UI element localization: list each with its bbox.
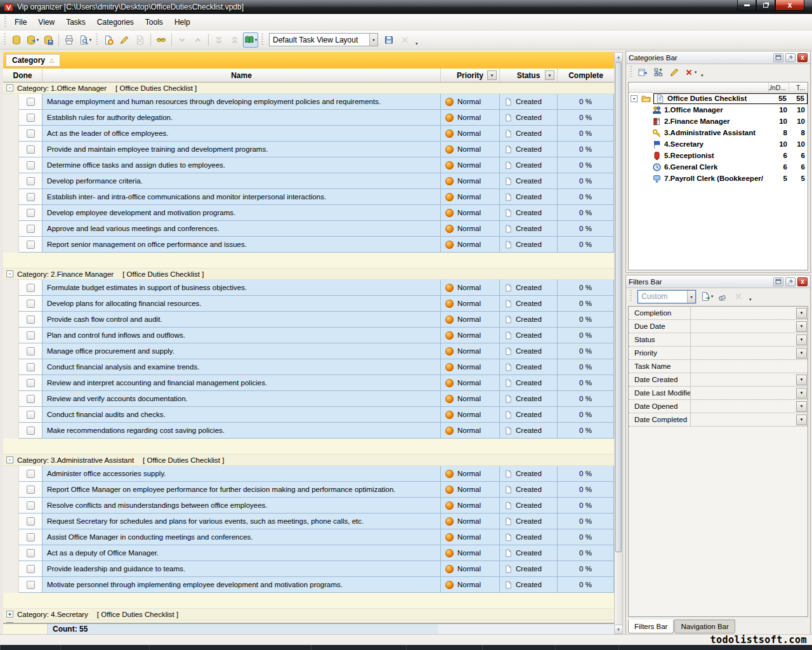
task-done-checkbox[interactable]	[27, 161, 35, 169]
task-done-checkbox[interactable]	[27, 145, 35, 154]
tab-filters-bar[interactable]: Filters Bar	[628, 620, 674, 633]
filter-dropdown-button[interactable]: ▼	[796, 348, 807, 359]
save-layout-button[interactable]	[381, 32, 396, 48]
filter-value[interactable]	[690, 400, 796, 413]
column-header-name[interactable]: Name	[43, 69, 441, 82]
category-group-row[interactable]: -Category: 2.Finance Manager[ Office Dut…	[3, 269, 614, 280]
status-filter-dropdown[interactable]: ▼	[545, 70, 554, 80]
task-done-checkbox[interactable]	[27, 486, 35, 494]
task-row[interactable]: Establish inter- and intra-office commun…	[3, 189, 614, 205]
task-done-checkbox[interactable]	[27, 347, 35, 355]
menu-tools[interactable]: Tools	[140, 15, 169, 29]
restore-button[interactable]	[756, 0, 775, 11]
task-row[interactable]: Report senior management on office perfo…	[3, 237, 614, 253]
delete-category-button[interactable]: ▾	[683, 65, 698, 80]
filter-row[interactable]: Date Last Modified▼	[629, 387, 808, 400]
task-done-checkbox[interactable]	[27, 241, 35, 249]
menu-tasks[interactable]: Tasks	[60, 15, 91, 29]
menu-help[interactable]: Help	[169, 15, 196, 29]
filter-value[interactable]	[690, 333, 796, 346]
task-row[interactable]: Act as a deputy of Office Manager.Normal…	[3, 545, 614, 561]
filter-value[interactable]	[690, 387, 796, 399]
combo-dropdown-button[interactable]: ▾	[369, 34, 377, 46]
expand-collapse-icon[interactable]: +	[6, 611, 13, 618]
category-tree-item[interactable]: 4.Secretary1010	[629, 138, 808, 150]
filter-value[interactable]	[690, 360, 808, 373]
filter-value[interactable]	[690, 373, 796, 386]
task-done-checkbox[interactable]	[27, 284, 35, 292]
filter-row[interactable]: Date Opened▼	[629, 400, 808, 413]
minimize-button[interactable]	[737, 0, 756, 11]
add-checklist-button[interactable]	[635, 65, 650, 80]
category-tree-item[interactable]: 1.Office Manager1010	[629, 104, 808, 116]
category-tree-item[interactable]: 7.Payroll Clerk (Bookkeeper/55	[629, 173, 808, 184]
task-done-checkbox[interactable]	[27, 549, 35, 557]
filter-row[interactable]: Date Completed▼	[629, 413, 808, 427]
task-done-checkbox[interactable]	[27, 379, 35, 387]
task-row[interactable]: Report Office Manager on employee perfor…	[3, 482, 614, 498]
task-done-checkbox[interactable]	[27, 114, 35, 122]
column-header-done[interactable]: Done	[3, 69, 43, 82]
add-category-button[interactable]	[651, 65, 666, 80]
print-preview-button[interactable]: ▾	[77, 32, 93, 48]
task-row[interactable]: Conduct financial audits and checks.Norm…	[3, 407, 614, 423]
layout-combo[interactable]: Default Task View Layout▾	[269, 33, 378, 46]
task-done-checkbox[interactable]	[27, 193, 35, 201]
category-group-row[interactable]: -Category: 3.Administrative Assistant[ O…	[3, 454, 614, 466]
task-done-checkbox[interactable]	[27, 501, 35, 510]
task-row[interactable]: Provide leadership and guidance to teams…	[3, 561, 614, 577]
edit-task-button[interactable]	[117, 32, 132, 48]
dropdown-caret-icon[interactable]: ▾	[89, 37, 92, 43]
expand-collapse-icon[interactable]: -	[6, 456, 13, 463]
filter-dropdown-button[interactable]: ▼	[796, 401, 807, 412]
open-database-button[interactable]: ▾	[25, 32, 40, 48]
close-panel-button[interactable]: x	[797, 53, 808, 62]
edit-category-button[interactable]	[667, 65, 682, 80]
filter-row[interactable]: Status▼	[629, 333, 808, 347]
task-row[interactable]: Assist Office Manager in conducting meet…	[3, 529, 614, 545]
complete-task-button[interactable]	[154, 32, 169, 48]
toolbar-options-caret[interactable]: ▾	[747, 297, 754, 302]
float-panel-button[interactable]	[773, 277, 783, 286]
task-done-checkbox[interactable]	[27, 315, 35, 324]
filter-dropdown-button[interactable]: ▼	[796, 321, 807, 332]
filter-row[interactable]: Completion▼	[629, 307, 808, 320]
task-done-checkbox[interactable]	[27, 517, 35, 526]
expand-collapse-icon[interactable]: -	[6, 270, 13, 277]
filter-dropdown-button[interactable]: ▼	[796, 388, 807, 399]
filter-dropdown-button[interactable]: ▼	[796, 415, 807, 425]
task-row[interactable]: Review and verify accounts documentation…	[3, 391, 614, 407]
task-done-checkbox[interactable]	[27, 565, 35, 573]
task-done-checkbox[interactable]	[27, 98, 35, 106]
column-header-priority[interactable]: Priority▼	[441, 69, 500, 82]
task-done-checkbox[interactable]	[27, 470, 35, 478]
filter-row[interactable]: Priority▼	[629, 347, 808, 360]
undone-column-header[interactable]: UnD...	[768, 83, 789, 92]
toolbar-options-caret[interactable]: ▾	[413, 41, 421, 46]
close-button[interactable]: x	[775, 0, 804, 11]
filter-value[interactable]	[690, 413, 796, 426]
dropdown-caret-icon[interactable]: ▾	[711, 294, 714, 299]
filter-dropdown-button[interactable]: ▼	[796, 375, 807, 385]
close-panel-button[interactable]: x	[797, 277, 808, 286]
expand-collapse-icon[interactable]: -	[631, 95, 638, 102]
task-done-checkbox[interactable]	[27, 581, 35, 589]
tab-navigation-bar[interactable]: Navigation Bar	[674, 620, 735, 633]
task-row[interactable]: Act as the leader of office employees.No…	[3, 126, 614, 142]
filter-value[interactable]	[690, 347, 796, 359]
pin-panel-button[interactable]	[785, 277, 796, 286]
pin-panel-button[interactable]	[785, 53, 796, 62]
category-tree-item[interactable]: 6.General Clerk66	[629, 161, 808, 173]
task-row[interactable]: Manage employment and human resources th…	[3, 94, 614, 110]
vertical-scrollbar[interactable]: ▲ ▼	[614, 52, 623, 634]
category-tree-item[interactable]: 3.Administrative Assistant88	[629, 127, 808, 138]
apply-filter-button[interactable]: ▾	[699, 289, 714, 304]
task-done-checkbox[interactable]	[27, 300, 35, 308]
scroll-down-button[interactable]: ▼	[615, 625, 622, 633]
menu-categories[interactable]: Categories	[91, 15, 140, 29]
scrollbar-thumb[interactable]	[615, 62, 622, 552]
clear-filter-button[interactable]	[715, 289, 730, 304]
category-tree-item[interactable]: 2.Finance Manager1010	[629, 116, 808, 127]
menu-view[interactable]: View	[32, 15, 60, 29]
category-tree-item[interactable]: 5.Receptionist66	[629, 150, 808, 161]
